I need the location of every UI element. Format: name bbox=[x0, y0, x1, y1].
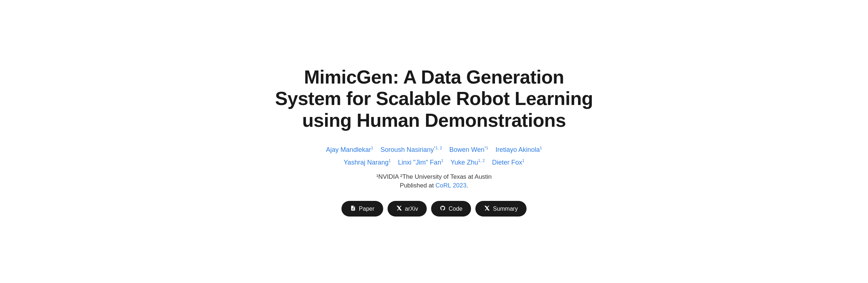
arxiv-button[interactable]: arXiv bbox=[388, 201, 427, 217]
buttons-row: Paper arXiv Code Sum bbox=[271, 201, 597, 217]
code-button[interactable]: Code bbox=[431, 201, 471, 217]
author-linxi-fan[interactable]: Linxi "Jim" Fan1 bbox=[398, 159, 443, 166]
author-yuke-zhu[interactable]: Yuke Zhu1, 2 bbox=[450, 159, 484, 166]
page-container: MimicGen: A Data Generation System for S… bbox=[271, 66, 597, 217]
summary-button[interactable]: Summary bbox=[475, 201, 526, 217]
authors-line-2: Yashraj Narang1 Linxi "Jim" Fan1 Yuke Zh… bbox=[271, 157, 597, 168]
author-ajay-mandlekar[interactable]: Ajay Mandlekar1 bbox=[326, 146, 373, 153]
arxiv-label: arXiv bbox=[405, 206, 418, 212]
paper-title: MimicGen: A Data Generation System for S… bbox=[271, 66, 597, 132]
published-suffix: . bbox=[466, 182, 468, 189]
published-line: Published at CoRL 2023. bbox=[271, 182, 597, 189]
paper-label: Paper bbox=[359, 206, 374, 212]
authors-line-1: Ajay Mandlekar1 Soroush Nasiriany*1, 2 B… bbox=[271, 145, 597, 155]
paper-icon bbox=[350, 205, 356, 212]
author-dieter-fox[interactable]: Dieter Fox1 bbox=[492, 159, 524, 166]
author-yashraj-narang[interactable]: Yashraj Narang1 bbox=[344, 159, 391, 166]
published-prefix: Published at bbox=[400, 182, 435, 189]
author-soroush-nasiriany[interactable]: Soroush Nasiriany*1, 2 bbox=[381, 146, 442, 153]
code-icon bbox=[440, 205, 446, 212]
authors-section: Ajay Mandlekar1 Soroush Nasiriany*1, 2 B… bbox=[271, 145, 597, 168]
author-bowen-wen[interactable]: Bowen Wen*1 bbox=[449, 146, 488, 153]
venue-link[interactable]: CoRL 2023 bbox=[435, 182, 466, 189]
paper-button[interactable]: Paper bbox=[341, 201, 383, 217]
code-label: Code bbox=[449, 206, 462, 212]
summary-label: Summary bbox=[493, 206, 517, 212]
author-iretiayo-akinola[interactable]: Iretiayo Akinola1 bbox=[495, 146, 542, 153]
arxiv-icon bbox=[396, 205, 402, 212]
summary-icon bbox=[484, 205, 490, 212]
affiliations: ¹NVIDIA ²The University of Texas at Aust… bbox=[271, 173, 597, 181]
